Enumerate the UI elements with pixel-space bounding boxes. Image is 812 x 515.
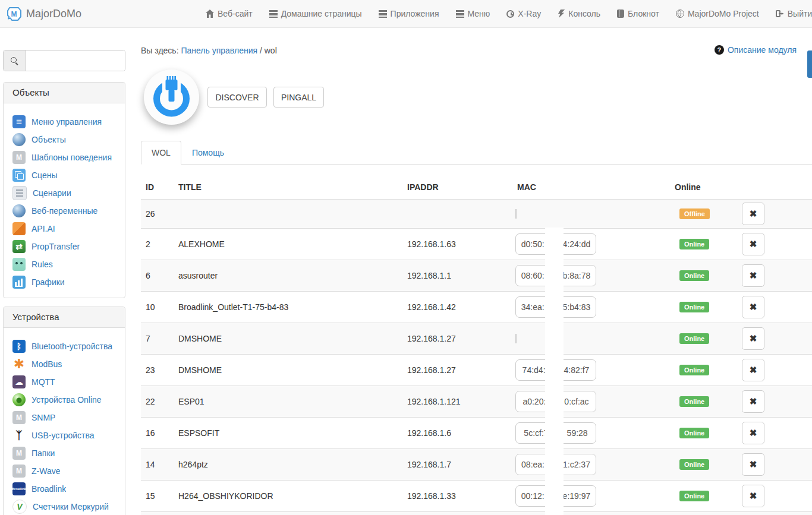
cell-title: ESPSOFIT xyxy=(174,428,402,438)
nav-item[interactable]: Выйти xyxy=(767,9,812,18)
cell-ipaddr: 192.168.1.27 xyxy=(402,365,508,375)
sidebar-item[interactable]: Rules xyxy=(4,255,125,273)
delete-button[interactable]: ✖ xyxy=(742,453,764,476)
mercury-sprout-icon: V xyxy=(12,500,27,514)
table-row: 7 DMSHOME 192.168.1.27 Online ✖ xyxy=(141,323,812,355)
cell-ipaddr: 192.168.1.33 xyxy=(402,491,508,501)
nav-item[interactable]: Меню xyxy=(448,9,499,18)
nav-item[interactable]: Домашние страницы xyxy=(261,9,370,18)
sidebar-item[interactable]: ✱ ModBus xyxy=(4,355,125,373)
sidebar-item[interactable]: ᛉ USB-устройства xyxy=(4,426,125,444)
cell-id: 7 xyxy=(141,334,174,343)
table-header-cell: IPADDR xyxy=(402,182,508,192)
module-description-link[interactable]: ? Описание модуля xyxy=(715,45,797,55)
status-badge: Online xyxy=(679,333,709,344)
cell-ipaddr: 192.168.1.7 xyxy=(402,460,508,469)
nav-item[interactable]: Приложения xyxy=(370,9,448,18)
sidebar-item[interactable]: M Шаблоны поведения xyxy=(4,149,125,166)
pingall-button[interactable]: PINGALL xyxy=(273,87,324,108)
sidebar-item[interactable]: Broadlink Broadlink xyxy=(4,480,125,498)
delete-button[interactable]: ✖ xyxy=(742,485,764,507)
delete-button[interactable]: ✖ xyxy=(742,359,764,381)
cell-ipaddr: 192.168.1.6 xyxy=(402,428,508,438)
top-navbar: M MajorDoMo Веб-сайт Домашние страницы П… xyxy=(0,0,812,28)
sidebar-item[interactable]: Сцены xyxy=(4,166,125,184)
sidebar-item[interactable]: Объекты xyxy=(4,131,125,149)
table-row: ✖ xyxy=(141,512,812,515)
table-header-cell: ID xyxy=(141,182,174,192)
sidebar-item-label: Broadlink xyxy=(32,484,66,494)
list-icon xyxy=(269,10,278,18)
search-input[interactable] xyxy=(26,50,125,71)
nav-item-label: Выйти xyxy=(788,9,812,18)
delete-x-icon: ✖ xyxy=(750,396,757,407)
nav-item[interactable]: MajorDoMo Project xyxy=(668,9,767,18)
sidebar-item-label: Сценарии xyxy=(33,188,71,198)
sidebar-item[interactable]: M SNMP xyxy=(4,409,125,426)
list-icon xyxy=(456,10,464,18)
cell-title: asusrouter xyxy=(174,271,402,280)
discover-button[interactable]: DISCOVER xyxy=(207,87,267,108)
cell-id: 22 xyxy=(141,397,174,406)
breadcrumb-link[interactable]: Панель управления xyxy=(181,46,257,55)
nav-item[interactable]: X-Ray xyxy=(498,9,549,18)
cell-title: H264_OBSHIYKORIDOR xyxy=(174,491,402,501)
cell-title: ALEXHOME xyxy=(174,239,402,249)
sidebar-item[interactable]: V Счетчики Меркурий xyxy=(4,498,125,515)
sidebar-item[interactable]: Устройства Online xyxy=(4,391,125,409)
table-row: 14 h264ptz 192.168.1.7 08:ea:1:c2:37 Onl… xyxy=(141,449,812,481)
sidebar-item-label: Z-Wave xyxy=(32,466,60,476)
delete-x-icon: ✖ xyxy=(750,491,757,501)
clock-icon xyxy=(506,10,514,18)
brand[interactable]: M MajorDoMo xyxy=(6,0,81,27)
sidebar-item-label: USB-устройства xyxy=(32,431,95,440)
delete-button[interactable]: ✖ xyxy=(742,390,764,413)
sidebar-item[interactable]: M Папки xyxy=(4,444,125,462)
devices-list: ᛒ Bluetooth-устройства ✱ ModBus ☁ MQTT У… xyxy=(4,328,125,515)
breadcrumb: Вы здесь: Панель управления / wol xyxy=(141,46,277,55)
delete-button[interactable]: ✖ xyxy=(742,327,764,350)
nav-item[interactable]: Блокнот xyxy=(609,9,668,18)
sidebar-item-label: Меню управления xyxy=(32,117,102,127)
robot-icon xyxy=(12,258,26,271)
mac-input-empty[interactable] xyxy=(515,209,517,219)
delete-button[interactable]: ✖ xyxy=(742,233,764,255)
cell-title: h264ptz xyxy=(174,460,402,469)
cell-id: 10 xyxy=(141,302,174,312)
delete-button[interactable]: ✖ xyxy=(742,264,764,287)
table-body: 26 Offline ✖ 2 ALEXHOME 192.168.1.63 xyxy=(141,200,812,515)
sidebar-item-label: SNMP xyxy=(32,413,55,422)
sidebar-item[interactable]: Сценарии xyxy=(4,184,125,202)
sidebar-item[interactable]: ᛒ Bluetooth-устройства xyxy=(4,337,125,355)
sidebar-item[interactable]: ☁ MQTT xyxy=(4,373,125,391)
sidebar-item[interactable]: M Z-Wave xyxy=(4,462,125,480)
sidebar-item-label: Устройства Online xyxy=(32,395,102,405)
sidebar-item[interactable]: Графики xyxy=(4,273,125,291)
cell-ipaddr: 192.168.1.27 xyxy=(402,334,508,343)
wol-table: ID TITLE IPADDR MAC Online 26 Offline xyxy=(141,165,812,515)
nav-item-label: Блокнот xyxy=(628,9,659,18)
globe-icon xyxy=(12,133,26,146)
delete-x-icon: ✖ xyxy=(750,428,757,438)
sidebar-item-label: Объекты xyxy=(32,135,66,144)
svg-text:M: M xyxy=(11,10,17,18)
sidebar-item-label: Веб-переменные xyxy=(32,206,97,216)
delete-button[interactable]: ✖ xyxy=(742,296,764,318)
nav-item-label: Консоль xyxy=(568,9,600,18)
delete-x-icon: ✖ xyxy=(750,302,757,312)
script-icon xyxy=(12,186,27,200)
home-icon xyxy=(206,10,214,18)
mac-input-empty[interactable] xyxy=(515,334,517,343)
nav-item[interactable]: Веб-сайт xyxy=(197,9,261,18)
edge-button-partial[interactable] xyxy=(807,50,812,78)
sidebar-item[interactable]: API.AI xyxy=(4,220,125,238)
sidebar-item[interactable]: ≡ Меню управления xyxy=(4,113,125,131)
sidebar-item[interactable]: ⇄ PropTransfer xyxy=(4,238,125,255)
tab[interactable]: Помощь xyxy=(181,141,235,165)
sidebar-item[interactable]: Веб-переменные xyxy=(4,202,125,220)
nav-item[interactable]: Консоль xyxy=(549,9,609,18)
delete-button[interactable]: ✖ xyxy=(742,203,764,225)
delete-button[interactable]: ✖ xyxy=(742,422,764,444)
tab[interactable]: WOL xyxy=(141,141,181,165)
delete-x-icon: ✖ xyxy=(750,333,757,344)
